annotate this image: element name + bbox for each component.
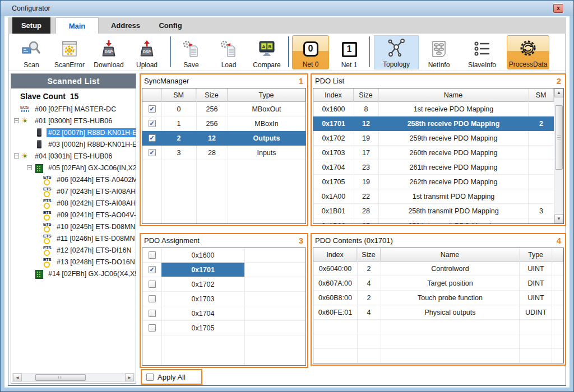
tree-item[interactable]: #14 [02FBh] GX-JC06(X4,X5 [11,268,136,279]
vertical-scrollbar[interactable]: ▲ ▼ [554,88,563,223]
pdo-list-row[interactable]: 0x170519262th receive PDO Mapping [313,175,554,189]
slaveinfo-button[interactable]: SlaveInfo [463,35,501,69]
cell-index: 0x60FE:01 [313,305,357,320]
column-header[interactable]: Type [228,88,305,101]
tab-setup[interactable]: Setup [12,17,50,34]
download-button[interactable]: DSP Download [90,35,128,69]
tree-item[interactable]: #12 [0247h] ETS-DI16N [11,244,136,256]
tree-item[interactable]: #00 [02FFh] MASTER-DC [11,103,136,115]
net0-button[interactable]: 0 Net 0 [292,35,329,69]
column-header[interactable]: SM [161,88,196,101]
collapse-toggle[interactable]: − [14,118,19,123]
load-button[interactable]: Load [210,35,248,69]
tree-item[interactable]: #13 [0248h] ETS-DO16N [11,256,136,268]
pdo-assignment-row[interactable]: 0x1702 [142,277,305,292]
pdo-list-row[interactable]: 0x170423261th receive PDO Mapping [313,160,554,175]
scroll-left-button[interactable]: ◄ [13,374,22,381]
column-header[interactable]: Name [378,88,529,101]
toolbar-label: NetInfo [428,60,450,69]
save-button[interactable]: Save [172,35,210,69]
column-header[interactable]: Type [520,248,552,261]
collapse-toggle[interactable]: − [27,165,32,170]
tree-item[interactable]: #06 [0244h] ETS-A0402M [11,174,136,185]
pdo-assignment-row[interactable]: ✓0x1701 [142,263,305,277]
net1-button[interactable]: 1 Net 1 [332,35,366,69]
scroll-right-button[interactable]: ► [125,374,134,381]
column-header[interactable]: Index [313,88,354,101]
column-header[interactable]: Name [381,248,520,261]
pdo-assignment-row[interactable]: 0x1705 [142,321,305,335]
column-header[interactable]: Size [357,248,381,261]
column-header[interactable]: SM [529,88,554,101]
compare-button[interactable]: A B Compare [248,35,286,69]
checkbox[interactable]: ✓ [149,105,156,113]
tab-main[interactable]: Main [55,17,99,34]
syncmanager-row[interactable]: ✓1256MBoxIn [142,116,305,131]
netinfo-button[interactable]: NetInfo [420,35,458,69]
apply-all-checkbox[interactable] [146,374,154,381]
checkbox[interactable]: ✓ [149,266,156,273]
hub-icon [21,116,30,125]
pdo-assignment-row[interactable]: 0x1704 [142,306,305,321]
pdo-contents-row[interactable]: 0x60B8:002Touch probe functionUINT [313,291,563,305]
tree-item[interactable]: #07 [0243h] ETS-AI08AH- [11,185,136,197]
tree-item[interactable]: −#01 [0300h] ETS-HUB06 [11,115,136,127]
tree-item[interactable]: #08 [0242h] ETS-AI08AH- [11,197,136,209]
pdo-list-row[interactable]: 0x170112258th receive PDO Mapping2 [313,116,554,131]
scroll-up-button[interactable]: ▲ [554,88,563,97]
close-icon[interactable]: x [553,4,563,13]
pdo-list-row[interactable]: 0x170317260th receive PDO Mapping [313,146,554,160]
tree-item[interactable]: #11 [0246h] ETS-D08MN [11,232,136,244]
checkbox[interactable] [149,281,156,288]
pdo-list-row[interactable]: 0x170219259th receive PDO Mapping [313,131,554,146]
pdo-contents-row[interactable]: 0x607A:004Target positionDINT [313,276,563,291]
column-header[interactable] [142,88,161,101]
syncmanager-row[interactable]: ✓212Outputs [142,131,305,146]
tree-item[interactable]: −#04 [0301h] ETS-HUB06 [11,150,136,162]
pdo-list-row[interactable]: 0x1A00221st transmit PDO Mapping [313,189,554,204]
pdo-list-row[interactable]: 0x1B0225259th transmit PDO Mapping [313,218,554,224]
upload-button[interactable]: DSP Upload [128,35,166,69]
pdo-assignment-row[interactable]: 0x1600 [142,248,305,263]
pdo-list-row[interactable]: 0x160081st receive PDO Mapping [313,102,554,116]
scroll-down-button[interactable]: ▼ [554,214,563,223]
checkbox[interactable] [149,295,156,302]
pdo-assignment-row[interactable]: 0x1703 [142,292,305,306]
pdo-contents-row[interactable]: 0x6040:002ControlwordUINT [313,262,563,276]
checkbox[interactable]: ✓ [149,149,156,156]
panel-number-badge: 3 [299,236,305,245]
apply-all-label[interactable]: Apply All [158,373,186,381]
tab-address[interactable]: Address [103,17,148,34]
horizontal-scrollbar[interactable]: ◄ ► [12,373,135,382]
pdo-contents-row[interactable]: 0x60FE:014Physical outputsUDINT [313,305,563,320]
tree-item[interactable]: −#05 [02FAh] GX-JC06(IN,X2, [11,162,136,174]
syncmanager-row[interactable]: ✓0256MBoxOut [142,102,305,116]
scan-button[interactable]: Scan [12,35,50,69]
checkbox[interactable]: ✓ [149,120,156,127]
processdata-button[interactable]: ProcessData [507,35,549,69]
toolbar-label: Net 1 [341,60,358,69]
tree-item[interactable]: #10 [0245h] ETS-D08MN [11,221,136,232]
tree-item[interactable]: #03 [0002h] R88D-KN01H-EC [11,138,136,150]
collapse-toggle[interactable]: − [14,153,19,158]
column-header[interactable]: Size [196,88,228,101]
scrollbar-thumb[interactable] [35,374,86,381]
checkbox[interactable]: ✓ [149,134,156,142]
scanerror-button[interactable]: ScanError [50,35,89,69]
scanned-list-body: Slave Count 15 #00 [02FFh] MASTER-DC−#01… [11,88,136,383]
tab-config[interactable]: Config [151,17,190,34]
toolbar-label: Topology [383,60,410,69]
tree-item[interactable]: #09 [0241h] ETS-AO04V- [11,209,136,221]
checkbox[interactable] [149,251,156,259]
syncmanager-row[interactable]: ✓328Inputs [142,146,305,160]
topology-button[interactable]: Topology [374,35,419,69]
scrollbar-thumb[interactable] [555,105,563,170]
cell-sm [529,102,554,116]
tree-item[interactable]: #02 [0007h] R88D-KN01H-EC [11,127,136,138]
slave-count: Slave Count 15 [20,92,136,101]
checkbox[interactable] [149,324,156,332]
checkbox[interactable] [149,310,156,317]
column-header[interactable]: Size [354,88,378,101]
column-header[interactable]: Index [313,248,357,261]
pdo-list-row[interactable]: 0x1B0128258th transmit PDO Mapping3 [313,204,554,218]
